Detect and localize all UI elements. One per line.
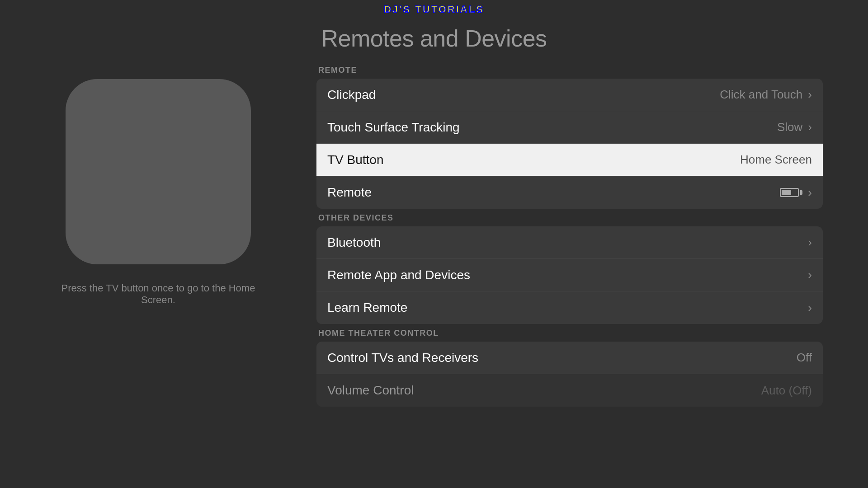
- page-title: Remotes and Devices: [0, 25, 868, 52]
- bluetooth-item[interactable]: Bluetooth ›: [316, 226, 823, 259]
- bluetooth-right: ›: [808, 235, 812, 249]
- touch-surface-right: Slow ›: [777, 120, 812, 134]
- left-panel: Press the TV button once to go to the Ho…: [45, 79, 271, 306]
- volume-control-value: Auto (Off): [761, 384, 812, 398]
- clickpad-label: Clickpad: [327, 88, 376, 102]
- learn-remote-label: Learn Remote: [327, 300, 407, 315]
- learn-remote-chevron-icon: ›: [808, 301, 812, 315]
- tv-button-item[interactable]: TV Button Home Screen: [316, 144, 823, 176]
- touch-surface-label: Touch Surface Tracking: [327, 120, 460, 135]
- learn-remote-item[interactable]: Learn Remote ›: [316, 291, 823, 324]
- tv-button-label: TV Button: [327, 153, 384, 167]
- battery-fill: [782, 190, 791, 195]
- touch-surface-tracking-item[interactable]: Touch Surface Tracking Slow ›: [316, 111, 823, 144]
- learn-remote-right: ›: [808, 301, 812, 315]
- other-devices-menu-group: Bluetooth › Remote App and Devices › Lea…: [316, 226, 823, 324]
- apple-tv-device-image: [66, 79, 251, 264]
- control-tvs-item[interactable]: Control TVs and Receivers Off: [316, 342, 823, 374]
- volume-control-item[interactable]: Volume Control Auto (Off): [316, 374, 823, 407]
- touch-surface-value: Slow: [777, 120, 802, 134]
- clickpad-chevron-icon: ›: [808, 88, 812, 102]
- battery-tip: [800, 190, 802, 195]
- other-devices-section: OTHER DEVICES Bluetooth › Remote App and…: [316, 213, 823, 324]
- remote-right: ›: [780, 186, 812, 200]
- remote-app-chevron-icon: ›: [808, 268, 812, 282]
- clickpad-item[interactable]: Clickpad Click and Touch ›: [316, 79, 823, 111]
- tv-button-value: Home Screen: [740, 153, 812, 167]
- watermark: DJ'S TUTORIALS: [384, 4, 484, 15]
- home-theater-section: HOME THEATER CONTROL Control TVs and Rec…: [316, 328, 823, 407]
- remote-app-label: Remote App and Devices: [327, 268, 470, 282]
- control-tvs-label: Control TVs and Receivers: [327, 351, 478, 365]
- remote-app-right: ›: [808, 268, 812, 282]
- remote-label: Remote: [327, 185, 372, 200]
- remote-app-item[interactable]: Remote App and Devices ›: [316, 259, 823, 291]
- volume-control-right: Auto (Off): [761, 384, 812, 398]
- volume-control-label: Volume Control: [327, 383, 414, 398]
- control-tvs-value: Off: [797, 351, 812, 365]
- remote-menu-group: Clickpad Click and Touch › Touch Surface…: [316, 79, 823, 209]
- remote-section: REMOTE Clickpad Click and Touch › Touch …: [316, 66, 823, 209]
- tv-button-right: Home Screen: [740, 153, 812, 167]
- remote-item[interactable]: Remote ›: [316, 176, 823, 209]
- remote-chevron-icon: ›: [808, 186, 812, 200]
- home-theater-menu-group: Control TVs and Receivers Off Volume Con…: [316, 342, 823, 407]
- battery-icon: [780, 188, 802, 197]
- clickpad-value: Click and Touch: [720, 88, 802, 102]
- bluetooth-chevron-icon: ›: [808, 235, 812, 249]
- home-theater-section-label: HOME THEATER CONTROL: [316, 328, 823, 338]
- battery-body: [780, 188, 799, 197]
- touch-surface-chevron-icon: ›: [808, 120, 812, 134]
- bluetooth-label: Bluetooth: [327, 235, 381, 250]
- clickpad-right: Click and Touch ›: [720, 88, 812, 102]
- remote-section-label: REMOTE: [316, 66, 823, 75]
- control-tvs-right: Off: [797, 351, 812, 365]
- right-panel: REMOTE Clickpad Click and Touch › Touch …: [316, 66, 823, 411]
- other-devices-section-label: OTHER DEVICES: [316, 213, 823, 223]
- description-text: Press the TV button once to go to the Ho…: [45, 282, 271, 306]
